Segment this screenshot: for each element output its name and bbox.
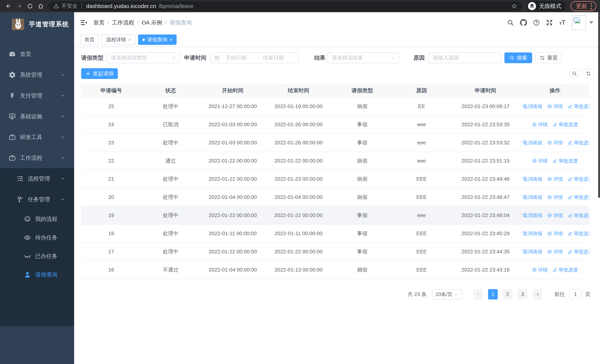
dashboard-icon [8, 50, 16, 58]
sidebar-item[interactable]: 我的流程 [0, 210, 74, 228]
action-link-progress[interactable]: 审批进度 [568, 212, 590, 219]
toggle-search-button[interactable] [569, 68, 580, 79]
search-icon[interactable] [506, 18, 515, 27]
action-label: 详情 [553, 103, 563, 110]
next-page-button[interactable] [533, 289, 543, 299]
leave-type-select[interactable]: 请选择请假类型 [107, 52, 180, 63]
browser-home-icon[interactable] [36, 1, 46, 11]
action-link-cancel[interactable]: 取消请假 [521, 212, 542, 219]
calendar-icon [214, 55, 220, 61]
sidebar-item[interactable]: 首页 [0, 44, 74, 65]
column-header: 操作 [521, 87, 589, 94]
font-size-icon[interactable] [558, 18, 567, 27]
sidebar-collapse-icon[interactable] [80, 19, 88, 27]
tab-home[interactable]: 首页 [80, 35, 99, 45]
fullscreen-icon[interactable] [545, 18, 554, 27]
sidebar-item[interactable]: 任务管理 [0, 189, 74, 210]
sidebar-item[interactable]: 请假查询 [0, 265, 74, 284]
breadcrumb-workflow[interactable]: 工作流程 [112, 19, 134, 27]
sidebar-item[interactable]: 支付管理 [0, 85, 74, 106]
result-select[interactable]: 请选择流结果 [328, 52, 399, 63]
help-icon[interactable] [532, 18, 541, 27]
reason-input-wrap [428, 52, 501, 63]
refresh-button[interactable] [583, 68, 594, 79]
reset-button[interactable]: 重置 [535, 52, 562, 63]
github-icon[interactable] [519, 18, 528, 27]
action-link-detail[interactable]: 详情 [547, 212, 563, 219]
user-avatar[interactable] [572, 15, 586, 30]
action-link-detail[interactable]: 详情 [547, 194, 563, 201]
leave-type-label: 请假类型 [81, 54, 103, 62]
page-button-3[interactable]: 3 [518, 289, 527, 299]
action-label: 详情 [553, 230, 563, 237]
page-button-1[interactable]: 1 [488, 289, 498, 299]
cell-leave-type: 事假 [332, 212, 393, 219]
breadcrumb-home[interactable]: 首页 [94, 19, 104, 27]
browser-back-icon[interactable] [4, 1, 13, 11]
bookmark-star-icon[interactable] [511, 3, 517, 9]
action-link-detail[interactable]: 详情 [547, 249, 563, 255]
action-link-cancel[interactable]: 取消请假 [521, 140, 542, 146]
action-link-cancel[interactable]: 取消请假 [521, 194, 542, 201]
action-link-progress[interactable]: 审批进度 [553, 267, 578, 273]
sidebar-item[interactable]: 系统管理 [0, 65, 74, 85]
browser-menu-icon[interactable] [591, 3, 592, 9]
cell-end-time: 2022-01-26 00:00:00 [265, 121, 332, 128]
goto-page-input[interactable] [569, 289, 581, 299]
browser-update-button[interactable]: 更新 [571, 1, 596, 11]
browser-forward-icon[interactable] [14, 1, 24, 11]
breadcrumb-oa[interactable]: OA 示例 [142, 19, 162, 27]
sidebar-item[interactable]: 工作流程 [0, 148, 74, 168]
action-link-detail[interactable]: 详情 [532, 121, 548, 128]
page-size-select[interactable]: 10条/页 [432, 289, 462, 299]
date-range-picker[interactable]: 开始日期 - 结束日期 [210, 52, 299, 63]
action-link-progress[interactable]: 审批进度 [568, 140, 590, 146]
action-link-progress[interactable]: 审批进度 [568, 176, 590, 182]
page-scrollbar[interactable] [598, 12, 600, 197]
action-link-detail[interactable]: 详情 [532, 158, 548, 164]
sidebar-item[interactable]: 待办任务 [0, 228, 74, 247]
tab-leave-query[interactable]: 请假查询 × [138, 35, 177, 45]
action-link-detail[interactable]: 详情 [532, 267, 548, 273]
action-link-detail[interactable]: 详情 [547, 103, 563, 110]
reason-input[interactable] [432, 55, 497, 61]
action-link-progress[interactable]: 审批进度 [568, 249, 590, 255]
action-link-progress[interactable]: 审批进度 [568, 103, 590, 110]
action-link-progress[interactable]: 审批进度 [568, 194, 590, 201]
cell-apply-time: 2022-01-22 23:53:32 [450, 140, 521, 146]
action-link-detail[interactable]: 详情 [547, 140, 563, 146]
sidebar-item[interactable]: 基础设施 [0, 106, 74, 127]
action-link-detail[interactable]: 详情 [547, 176, 563, 182]
sidebar-item-label: 系统管理 [20, 71, 42, 79]
cell-status: 处理中 [141, 230, 200, 237]
cell-end-time: 2022-01-19 00:00:00 [265, 103, 332, 109]
page-button-2[interactable]: 2 [503, 289, 513, 299]
prev-page-button[interactable] [473, 289, 483, 299]
sidebar-item[interactable]: 研发工具 [0, 127, 74, 148]
sidebar-submenu: 流程管理任务管理我的流程待办任务已办任务请假查询 [0, 168, 74, 326]
address-bar[interactable]: 不安全 dashboard.yudao.iocoder.cn/bpm/oa/le… [48, 1, 522, 11]
action-link-cancel[interactable]: 取消请假 [521, 249, 542, 255]
tab-process-detail[interactable]: 流程详情 × [102, 35, 135, 45]
pen-icon [568, 231, 572, 236]
close-icon[interactable]: × [128, 37, 131, 42]
action-link-progress[interactable]: 审批进度 [553, 158, 578, 164]
goto-label: 前往 [554, 291, 565, 298]
browser-reload-icon[interactable] [25, 1, 35, 11]
search-button[interactable]: 搜索 [504, 52, 532, 63]
action-link-cancel[interactable]: 取消请假 [521, 230, 542, 237]
pagination: 共 23 条 10条/页 123 前往 [81, 289, 594, 299]
action-link-progress[interactable]: 审批进度 [568, 230, 590, 237]
sidebar-item[interactable]: 流程管理 [0, 168, 74, 189]
close-icon[interactable]: × [169, 37, 172, 42]
action-link-progress[interactable]: 审批进度 [553, 121, 578, 128]
action-link-detail[interactable]: 详情 [547, 230, 563, 237]
avatar-caret-icon[interactable] [589, 21, 593, 24]
robot-icon [23, 215, 31, 223]
create-leave-button[interactable]: 发起请假 [81, 68, 118, 79]
action-link-cancel[interactable]: 取消请假 [521, 103, 542, 110]
sidebar-item[interactable]: 已办任务 [0, 247, 74, 265]
yen-icon [8, 92, 16, 100]
action-link-cancel[interactable]: 取消请假 [521, 176, 542, 182]
action-label: 审批进度 [559, 267, 578, 273]
